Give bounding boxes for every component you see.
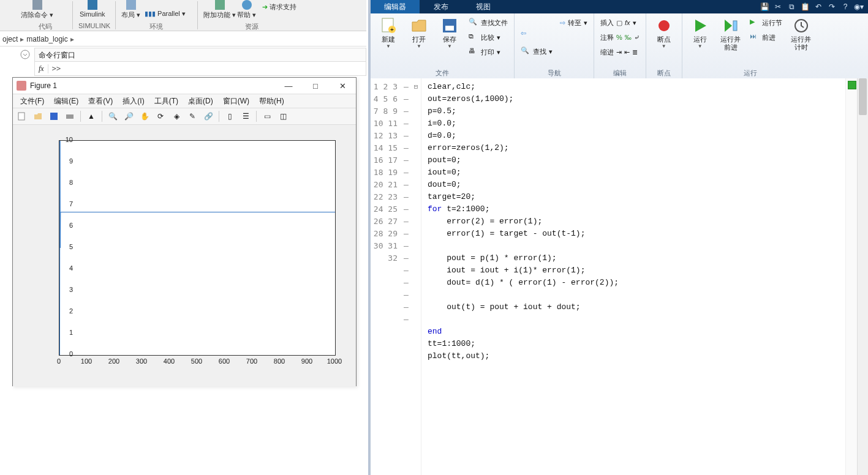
qat-more-icon[interactable]: ◉▾ <box>853 1 864 12</box>
scrollbar-thumb[interactable] <box>859 78 867 115</box>
run-section-button[interactable]: ▶运行节 <box>747 16 785 29</box>
tab-editor[interactable]: 编辑器 <box>371 0 420 13</box>
addons-button[interactable]: 附加功能 ▾ <box>203 0 236 20</box>
line-number-gutter[interactable]: 1 2 3 4 5 6 7 8 9 10 11 12 13 14 15 16 1… <box>371 78 401 475</box>
menu-file[interactable]: 文件(F) <box>15 96 49 107</box>
print-button[interactable]: 🖶打印 ▾ <box>466 45 510 59</box>
new-figure-icon[interactable] <box>15 110 29 123</box>
help-label: 帮助 <box>237 11 251 18</box>
compare-button[interactable]: ⧉比较 ▾ <box>466 31 510 44</box>
zoom-out-icon[interactable]: 🔎 <box>122 110 135 123</box>
maximize-button[interactable]: □ <box>302 78 329 93</box>
breakpoints-button[interactable]: 断点▼ <box>650 16 678 69</box>
tab-view[interactable]: 视图 <box>462 0 505 13</box>
qat-cut-icon[interactable]: ✂ <box>772 1 783 12</box>
advance-button[interactable]: ⏭前进 <box>747 31 785 44</box>
zoom-in-icon[interactable]: 🔍 <box>106 110 119 123</box>
indent-right-icon[interactable]: ⇥ <box>616 48 622 56</box>
qat-help-icon[interactable]: ? <box>840 1 851 12</box>
goto-icon: ⇨ <box>560 19 565 27</box>
command-prompt-row[interactable]: fx >> <box>34 61 366 76</box>
insert-button[interactable]: 插入 ▢ fx ▾ <box>598 16 642 29</box>
insert-fx-icon[interactable]: fx <box>625 19 630 26</box>
print-icon[interactable] <box>63 110 77 123</box>
fold-gutter[interactable]: ⊟ <box>411 78 421 475</box>
goto-button[interactable]: ⇨转至 ▾ <box>557 16 590 29</box>
pan-icon[interactable]: ✋ <box>138 110 151 123</box>
x-tick-label: 0 <box>50 357 68 365</box>
comment-remove-icon[interactable]: ‰ <box>625 34 632 41</box>
axes[interactable] <box>59 140 336 356</box>
breakpoint-gutter[interactable]: – – – – – – – – – – – – – – – – – – – – <box>401 78 411 475</box>
broom-icon <box>32 0 42 10</box>
menu-window[interactable]: 窗口(W) <box>218 96 254 107</box>
qat-undo-icon[interactable]: ↶ <box>813 1 824 12</box>
close-button[interactable]: ✕ <box>329 78 356 93</box>
hide-tools-icon[interactable]: ▭ <box>260 110 274 123</box>
comment-add-icon[interactable]: % <box>616 34 622 41</box>
run-time-button[interactable]: 运行并 计时 <box>787 16 815 69</box>
menu-tools[interactable]: 工具(T) <box>149 96 183 107</box>
run-button[interactable]: 运行▼ <box>686 16 714 69</box>
comment-wrap-icon[interactable]: ⤶ <box>634 34 640 42</box>
legend-icon[interactable]: ☰ <box>239 110 252 123</box>
breadcrumb-seg[interactable]: oject <box>0 35 20 43</box>
insert-section-icon[interactable]: ▢ <box>616 19 622 27</box>
collapse-icon[interactable] <box>20 49 31 60</box>
toolstrip-sep <box>72 1 73 29</box>
parallel-button[interactable]: ▮▮▮ Parallel ▾ <box>145 10 186 18</box>
qat-redo-icon[interactable]: ↷ <box>826 1 837 12</box>
menu-edit[interactable]: 编辑(E) <box>49 96 83 107</box>
y-tick-label: 4 <box>58 264 73 272</box>
code-text[interactable]: clear,clc; out=zeros(1,1000); p=0.5; i=0… <box>421 78 845 475</box>
message-bar[interactable] <box>845 78 857 475</box>
indent-button[interactable]: 缩进 ⇥ ⇤ ≣ <box>598 45 642 59</box>
y-tick-label: 9 <box>58 157 73 165</box>
layout-button[interactable]: 布局 ▾ <box>121 0 140 20</box>
comment-button[interactable]: 注释 % ‰ ⤶ <box>598 31 642 44</box>
svg-rect-8 <box>445 26 454 31</box>
menu-help[interactable]: 帮助(H) <box>254 96 289 107</box>
new-button[interactable]: + 新建▼ <box>374 16 402 69</box>
datacursor-icon[interactable]: ◈ <box>170 110 183 123</box>
find-button[interactable]: 🔍查找 ▾ <box>518 45 555 58</box>
rotate3d-icon[interactable]: ⟳ <box>154 110 167 123</box>
request-support-button[interactable]: ➔ 请求支持 <box>262 2 296 12</box>
colorbar-icon[interactable]: ▯ <box>223 110 236 123</box>
qat-paste-icon[interactable]: 📋 <box>799 1 810 12</box>
dock-icon[interactable]: ◫ <box>276 110 290 123</box>
qat-copy-icon[interactable]: ⧉ <box>786 1 797 12</box>
save-icon[interactable] <box>47 110 61 123</box>
link-icon[interactable]: 🔗 <box>202 110 215 123</box>
back-button[interactable]: ⇦ <box>518 26 555 40</box>
tab-publish[interactable]: 发布 <box>420 0 462 13</box>
indent-smart-icon[interactable]: ≣ <box>632 48 638 56</box>
find-files-button[interactable]: 🔍查找文件 <box>466 16 510 29</box>
clear-cmds-button[interactable]: 清除命令 ▾ <box>21 0 53 20</box>
open-button[interactable]: 打开▼ <box>405 16 433 69</box>
indent-left-icon[interactable]: ⇤ <box>624 48 630 56</box>
brush-icon[interactable]: ✎ <box>186 110 199 123</box>
figure-titlebar[interactable]: Figure 1 — □ ✕ <box>13 78 356 94</box>
menu-insert[interactable]: 插入(I) <box>118 96 149 107</box>
qat-save-icon[interactable]: 💾 <box>759 1 770 12</box>
breadcrumb-seg[interactable]: matlab_logic <box>24 35 70 43</box>
open-icon[interactable] <box>31 110 45 123</box>
run-advance-button[interactable]: 运行并 前进 <box>717 16 745 69</box>
toolbar-sep <box>219 111 219 122</box>
menu-view[interactable]: 查看(V) <box>83 96 118 107</box>
editor-code-area[interactable]: 1 2 3 4 5 6 7 8 9 10 11 12 13 14 15 16 1… <box>371 78 868 475</box>
pointer-icon[interactable]: ▲ <box>85 110 98 123</box>
vertical-scrollbar[interactable] <box>857 78 868 475</box>
insert-more-icon[interactable]: ▾ <box>633 19 636 27</box>
fx-icon[interactable]: fx <box>35 64 48 73</box>
menu-desktop[interactable]: 桌面(D) <box>183 96 218 107</box>
breadcrumb[interactable]: oject ▸ matlab_logic ▸ <box>0 32 366 47</box>
save-button[interactable]: 保存▼ <box>436 16 464 69</box>
minimize-button[interactable]: — <box>275 78 302 93</box>
x-tick-label: 800 <box>270 357 289 365</box>
simulink-button[interactable]: Simulink <box>80 0 105 18</box>
help-button[interactable]: 帮助 ▾ <box>237 0 256 20</box>
advance-icon: ⏭ <box>750 32 760 42</box>
svg-rect-2 <box>50 113 58 120</box>
